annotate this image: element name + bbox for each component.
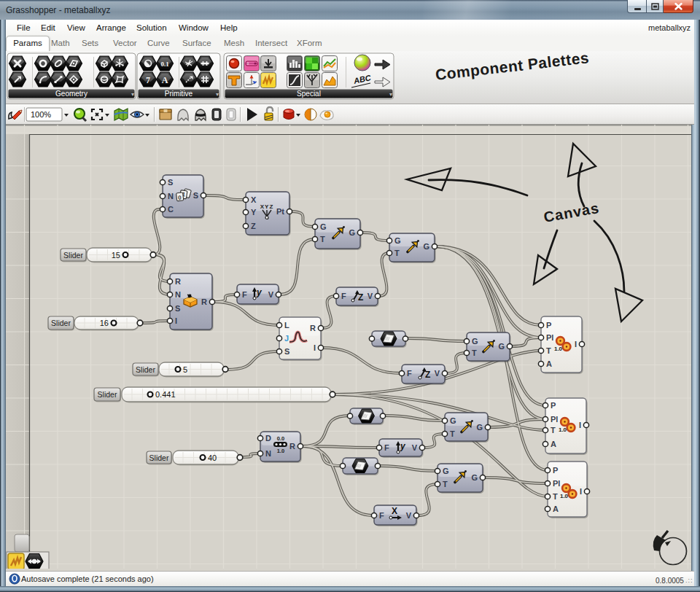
svg-text:G: G	[476, 423, 483, 432]
svg-text:T: T	[450, 429, 455, 438]
svg-text:Z: Z	[251, 222, 256, 230]
svg-text:Pl: Pl	[546, 333, 553, 342]
svg-text:0.0: 0.0	[277, 435, 284, 442]
svg-text:S: S	[175, 304, 180, 313]
svg-text:Slider: Slider	[63, 251, 83, 260]
svg-text:I: I	[575, 340, 577, 348]
svg-text:F: F	[341, 292, 346, 300]
svg-text:G: G	[472, 337, 478, 346]
svg-text:S: S	[168, 178, 173, 187]
svg-text:R: R	[175, 277, 181, 286]
svg-text:y: y	[400, 441, 406, 451]
svg-text:Special: Special	[297, 90, 321, 98]
svg-text:V: V	[435, 369, 440, 378]
svg-text:G: G	[349, 228, 355, 237]
svg-text:T: T	[553, 492, 558, 501]
svg-text:▾: ▾	[131, 91, 134, 98]
svg-text:1.0: 1.0	[277, 448, 284, 454]
svg-text:G: G	[394, 236, 401, 245]
svg-text:A: A	[551, 440, 556, 448]
svg-text:F: F	[242, 290, 247, 299]
svg-text:Slider: Slider	[51, 319, 71, 327]
svg-text:G: G	[498, 342, 505, 351]
svg-text:y: y	[256, 287, 262, 297]
svg-text:Slider: Slider	[136, 365, 155, 374]
svg-text:I: I	[579, 421, 581, 429]
svg-text:R: R	[201, 297, 207, 306]
svg-text:XYZ: XYZ	[260, 203, 274, 210]
svg-text:R: R	[310, 324, 316, 332]
svg-text:Z: Z	[425, 370, 430, 380]
svg-text:G: G	[423, 242, 429, 251]
svg-text:F: F	[407, 369, 412, 378]
svg-text:T: T	[472, 348, 477, 357]
svg-text:J: J	[284, 334, 289, 343]
svg-text:V: V	[406, 511, 412, 520]
svg-text:0.1: 0.1	[160, 61, 169, 68]
svg-text:T: T	[546, 346, 551, 355]
svg-text:P: P	[546, 321, 551, 330]
svg-text:0.441: 0.441	[155, 390, 176, 399]
svg-text:40: 40	[208, 453, 217, 462]
svg-text:100%: 100%	[31, 110, 51, 119]
svg-text:S: S	[284, 347, 289, 356]
svg-text:N: N	[168, 192, 174, 200]
svg-text:T: T	[443, 480, 448, 488]
svg-text:P: P	[553, 466, 558, 475]
svg-text:A: A	[553, 505, 559, 513]
svg-text:G: G	[443, 467, 449, 475]
svg-text:F: F	[384, 443, 389, 452]
svg-text:T: T	[394, 249, 400, 257]
svg-text:Y: Y	[251, 208, 257, 217]
svg-text:N: N	[175, 290, 181, 299]
svg-text:16: 16	[100, 319, 109, 327]
svg-text:F: F	[379, 511, 384, 520]
svg-text:A: A	[162, 75, 168, 85]
svg-text:V: V	[268, 290, 274, 299]
svg-text:Geometry: Geometry	[55, 90, 88, 98]
svg-text:1.0: 1.0	[554, 346, 563, 352]
svg-text:15: 15	[112, 251, 120, 260]
svg-text:N: N	[265, 449, 271, 458]
svg-text:▾: ▾	[216, 91, 219, 98]
svg-text:Pt: Pt	[276, 207, 284, 216]
svg-text:Primitive: Primitive	[165, 90, 193, 98]
svg-text:1.0: 1.0	[560, 493, 569, 499]
svg-text:X: X	[392, 506, 397, 516]
svg-text:5: 5	[183, 365, 187, 374]
svg-text:A: A	[546, 359, 552, 368]
svg-text:P: P	[551, 401, 556, 410]
svg-text:S: S	[193, 191, 198, 200]
svg-text:C: C	[168, 205, 174, 214]
svg-text:Component Palettes: Component Palettes	[435, 51, 590, 83]
svg-text:X: X	[251, 195, 257, 204]
svg-text:G: G	[320, 222, 327, 231]
svg-text:V: V	[412, 443, 418, 452]
svg-text:1.0: 1.0	[559, 427, 567, 433]
svg-text:T: T	[551, 426, 556, 435]
svg-text:▾: ▾	[389, 91, 392, 98]
svg-text:Pl: Pl	[553, 479, 560, 488]
svg-text:Slider: Slider	[98, 390, 117, 399]
svg-text:R: R	[289, 442, 295, 451]
svg-text:Pl: Pl	[551, 415, 558, 424]
svg-text:I: I	[580, 487, 582, 496]
svg-text:Slider: Slider	[149, 453, 169, 462]
svg-text:7: 7	[146, 75, 150, 85]
svg-text:D: D	[265, 434, 271, 443]
svg-text:T: T	[320, 235, 325, 244]
svg-text:Z: Z	[358, 292, 363, 303]
svg-text:G: G	[471, 473, 478, 482]
svg-text:I: I	[314, 343, 316, 352]
svg-text:I: I	[175, 316, 177, 325]
svg-text:G: G	[450, 416, 456, 425]
svg-text:L: L	[284, 321, 289, 330]
svg-text:V: V	[368, 292, 373, 300]
